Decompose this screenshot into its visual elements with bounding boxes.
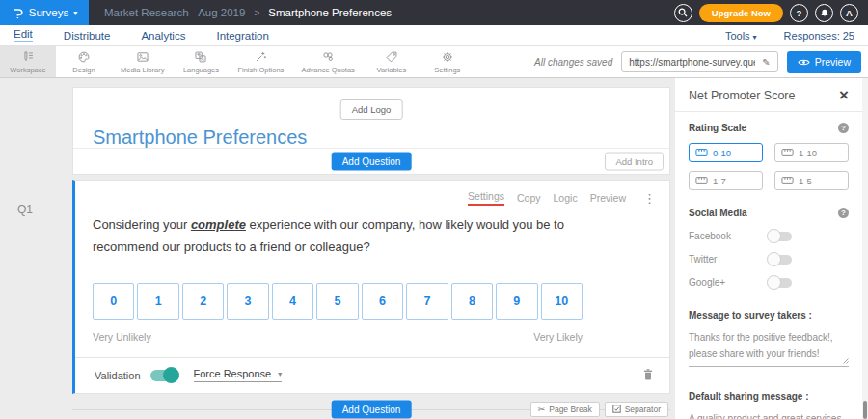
rating-option-1-10[interactable]: 1-10 (774, 143, 849, 162)
close-icon[interactable]: × (839, 91, 849, 100)
scale-icon (781, 149, 794, 156)
scrollbar-thumb[interactable] (863, 401, 867, 419)
breadcrumb-current: Smartphone Preferences (268, 7, 392, 18)
menu-item-distribute[interactable]: Distribute (64, 30, 111, 42)
help-circle-icon[interactable]: ? (838, 208, 849, 218)
tool-advance-quotas[interactable]: Advance Quotas (292, 46, 363, 77)
tool-variables[interactable]: Variables (364, 46, 420, 77)
menu-item-integration[interactable]: Integration (216, 30, 268, 42)
twitter-toggle[interactable] (768, 255, 792, 265)
preview-button[interactable]: Preview (787, 51, 861, 73)
toggle-knob (767, 275, 781, 290)
separator-button[interactable]: Separator (605, 402, 668, 417)
anchor-very-unlikely: Very Unlikely (93, 331, 151, 343)
scale-option-1[interactable]: 1 (137, 283, 178, 320)
question-settings-panel: Net Promoter Score × Rating Scale ? 0-10… (675, 78, 862, 419)
eye-icon (798, 58, 810, 67)
tool-design[interactable]: Design (56, 46, 112, 77)
question-text-emphasis: complete (191, 217, 246, 232)
add-logo-button[interactable]: Add Logo (340, 99, 403, 120)
notifications-button[interactable] (815, 4, 833, 22)
anchor-very-likely: Very Likely (533, 331, 583, 343)
tool-languages[interactable]: A Languages (173, 46, 229, 77)
edit-toolbar: Workspace Design Media Library A Languag… (0, 46, 868, 78)
message-section: Message to survey takers : Thanks for th… (675, 288, 862, 367)
upgrade-now-button[interactable]: Upgrade Now (699, 4, 783, 22)
design-palette-icon (77, 50, 91, 64)
add-intro-button[interactable]: Add Intro (605, 153, 664, 171)
add-question-button[interactable]: Add Question (332, 153, 412, 171)
tab-copy[interactable]: Copy (517, 192, 541, 204)
page-break-button[interactable]: ✂ Page Break (530, 402, 600, 417)
menu-item-edit[interactable]: Edit (14, 28, 33, 42)
languages-icon: A (194, 50, 207, 64)
scale-option-4[interactable]: 4 (272, 283, 313, 320)
tool-settings[interactable]: Settings (420, 46, 475, 77)
scale-option-8[interactable]: 8 (451, 283, 493, 320)
menu-bar: Edit Distribute Analytics Integration To… (0, 25, 868, 46)
top-bar: Surveys ▾ Market Research - Aug 2019 > S… (0, 0, 868, 25)
caret-down-icon: ▾ (73, 9, 77, 17)
page-scrollbar[interactable] (862, 78, 868, 419)
scale-option-9[interactable]: 9 (496, 283, 537, 320)
rating-option-1-7[interactable]: 1-7 (689, 171, 763, 190)
survey-url-box: ✎ (621, 51, 777, 72)
tab-preview[interactable]: Preview (590, 192, 626, 204)
sharing-textarea[interactable]: A quality product and great services, I … (689, 411, 849, 419)
tools-menu[interactable]: Tools▾ (725, 30, 757, 42)
edit-url-pencil-icon[interactable]: ✎ (755, 57, 776, 68)
rating-option-0-10[interactable]: 0-10 (689, 143, 763, 162)
scale-option-3[interactable]: 3 (227, 283, 268, 320)
scale-option-0[interactable]: 0 (93, 283, 134, 320)
validation-toggle[interactable] (150, 370, 178, 381)
facebook-toggle[interactable] (768, 232, 792, 241)
scale-option-10[interactable]: 10 (541, 283, 583, 320)
tool-workspace[interactable]: Workspace (0, 46, 56, 77)
validation-type-dropdown[interactable]: Force Response ▾ (194, 368, 283, 382)
help-circle-icon[interactable]: ? (838, 123, 849, 133)
sharing-label: Default sharing message : (689, 391, 808, 402)
kebab-menu-icon[interactable]: ⋮ (643, 191, 656, 206)
help-button[interactable]: ? (790, 4, 808, 22)
message-textarea[interactable]: Thanks for the positive feedback!, pleas… (689, 330, 849, 367)
survey-url-input[interactable] (622, 57, 755, 68)
scale-option-6[interactable]: 6 (362, 283, 403, 320)
workspace-icon (21, 50, 35, 64)
tool-finish-options[interactable]: Finish Options (229, 46, 292, 77)
tab-logic[interactable]: Logic (554, 192, 578, 204)
scale-option-5[interactable]: 5 (316, 283, 358, 320)
delete-question-button[interactable] (642, 368, 654, 383)
validation-label: Validation (95, 370, 141, 381)
scale-option-2[interactable]: 2 (182, 283, 224, 320)
breadcrumb: Market Research - Aug 2019 > Smartphone … (104, 7, 392, 18)
survey-title[interactable]: Smartphone Preferences (93, 126, 307, 149)
question-number: Q1 (17, 203, 33, 216)
caret-down-icon: ▾ (278, 370, 282, 378)
rating-scale-label: Rating Scale (689, 123, 746, 133)
question-card[interactable]: Settings Copy Logic Preview ⋮ Considerin… (72, 180, 670, 394)
question-text[interactable]: Considering your complete experience wit… (93, 213, 626, 259)
separator-checkbox-icon (612, 405, 621, 413)
avatar[interactable]: A (840, 4, 858, 22)
rating-option-1-5[interactable]: 1-5 (774, 171, 849, 190)
breadcrumb-parent[interactable]: Market Research - Aug 2019 (104, 7, 245, 18)
responses-count[interactable]: Responses: 25 (784, 30, 854, 42)
add-question-button-bottom[interactable]: Add Question (332, 400, 412, 418)
search-button[interactable] (674, 4, 692, 22)
product-switcher[interactable]: Surveys ▾ (0, 0, 89, 25)
tool-media-library[interactable]: Media Library (112, 46, 173, 77)
resize-handle-icon[interactable] (842, 357, 849, 364)
validation-row: Validation Force Response ▾ (75, 357, 669, 393)
questionpro-logo (12, 7, 24, 19)
bell-icon (820, 8, 829, 18)
scale-option-7[interactable]: 7 (406, 283, 448, 320)
social-row-googleplus: Google+ (689, 277, 849, 288)
message-label: Message to survey takers : (689, 310, 812, 321)
scale-icon (781, 177, 794, 184)
media-library-icon (136, 50, 149, 64)
googleplus-toggle[interactable] (768, 278, 792, 288)
tab-settings[interactable]: Settings (468, 190, 504, 206)
footer-insert-buttons: ✂ Page Break Separator (530, 402, 668, 417)
panel-title: Net Promoter Score (689, 89, 795, 102)
menu-item-analytics[interactable]: Analytics (141, 30, 185, 42)
